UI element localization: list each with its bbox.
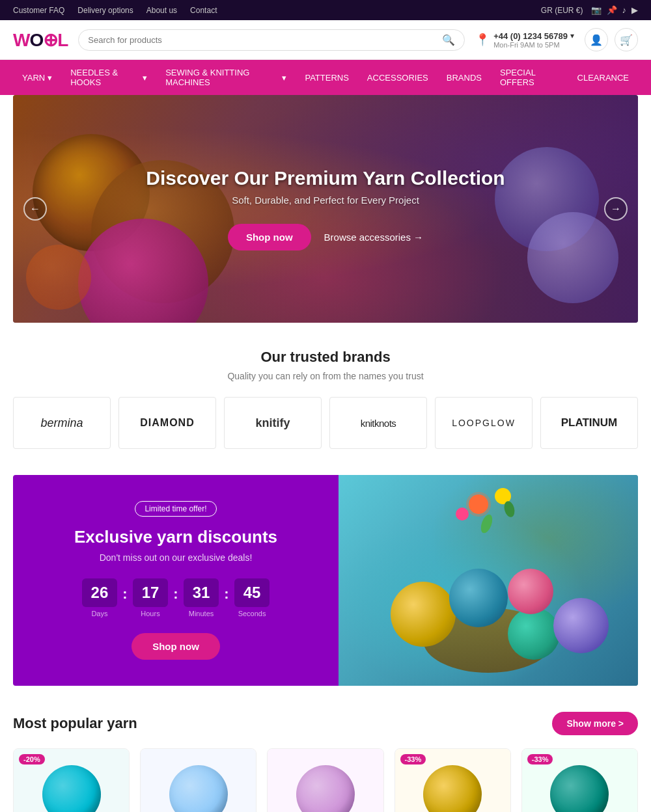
header-actions: 👤 🛒 [585,28,638,51]
product-grid: -20% -33% -33% [13,748,638,812]
popular-title: Most popular yarn [13,715,137,732]
hero-next-button[interactable]: → [604,197,628,221]
nav-needles[interactable]: NEEDLES & HOOKS ▾ [61,60,156,95]
product-image-1: -20% [14,749,129,812]
countdown-days: 26 Days [82,578,118,617]
brands-grid: bermina DIAMOND knitify knitknots LOOPGL… [13,397,638,449]
promo-title: Exclusive yarn discounts [74,527,277,547]
youtube-icon[interactable]: ▶ [631,5,638,15]
product-card-2[interactable] [140,748,256,812]
brand-diamond[interactable]: DIAMOND [118,397,216,449]
countdown: 26 Days : 17 Hours : 31 Minutes : 45 Sec… [82,578,270,617]
nav-special-offers[interactable]: SPECIAL OFFERS [491,60,568,95]
brand-bermina[interactable]: bermina [13,397,111,449]
minutes-number: 31 [184,578,219,607]
popular-header: Most popular yarn Show more > [13,712,638,735]
phone-hours: Mon-Fri 9AM to 5PM [493,41,574,49]
promo-badge: Limited time offer! [135,501,216,517]
pinterest-icon[interactable]: 📌 [607,5,617,15]
locale-selector[interactable]: GR (EUR €) [541,6,583,15]
cart-icon: 🛒 [620,34,633,46]
days-number: 26 [82,578,118,607]
product-card-1[interactable]: -20% [13,748,130,812]
promo-left: Limited time offer! Exclusive yarn disco… [13,475,339,686]
nav-accessories[interactable]: ACCESSORIES [358,60,437,95]
hero-actions: Shop now Browse accessories → [228,224,423,250]
nav-left: YARN ▾ NEEDLES & HOOKS ▾ SEWING & KNITTI… [13,60,437,95]
nav-patterns[interactable]: PATTERNS [296,60,357,95]
brand-bermina-label: bermina [40,416,83,430]
hours-label: Hours [141,610,159,617]
tiktok-icon[interactable]: ♪ [622,5,627,15]
minutes-label: Minutes [189,610,214,617]
hero-banner: ← → Discover Our Premium Yarn Collection… [13,95,638,323]
shop-now-button[interactable]: Shop now [228,224,311,250]
countdown-sep-3: : [224,586,229,602]
promo-shop-button[interactable]: Shop now [132,633,220,660]
discount-badge-1: -20% [19,754,45,765]
hero-content: Discover Our Premium Yarn Collection Sof… [13,95,638,323]
social-icons: 📷 📌 ♪ ▶ [591,5,639,15]
account-icon: 👤 [590,34,603,46]
top-bar-about[interactable]: About us [146,6,177,15]
days-label: Days [91,610,107,617]
phone-dropdown-arrow[interactable]: ▾ [570,31,574,40]
brand-loopglow[interactable]: LOOPGLOW [435,397,533,449]
hero-subtitle: Soft, Durable, and Perfect for Every Pro… [232,195,419,206]
product-card-5[interactable]: -33% [521,748,638,812]
brand-loopglow-label: LOOPGLOW [452,418,516,428]
top-bar-faq[interactable]: Customer FAQ [13,6,64,15]
countdown-minutes: 31 Minutes [184,578,219,617]
nav-yarn[interactable]: YARN ▾ [13,60,61,95]
top-bar-contact[interactable]: Contact [190,6,217,15]
hero-title: Discover Our Premium Yarn Collection [146,167,505,189]
product-card-3[interactable] [267,748,383,812]
top-bar-links: Customer FAQ Delivery options About us C… [13,6,217,15]
main-nav: YARN ▾ NEEDLES & HOOKS ▾ SEWING & KNITTI… [0,60,651,95]
top-bar: Customer FAQ Delivery options About us C… [0,0,651,20]
logo[interactable]: WO⊕L [13,29,68,51]
brand-platinum[interactable]: PLATINUM [540,397,638,449]
brand-platinum-label: PLATINUM [561,416,618,429]
popular-section: Most popular yarn Show more > -20% -33% [0,686,651,812]
search-icon[interactable]: 🔍 [442,34,455,46]
brand-knitify[interactable]: knitify [224,397,322,449]
promo-section: Limited time offer! Exclusive yarn disco… [13,475,638,686]
cart-button[interactable]: 🛒 [615,28,638,51]
promo-subtitle: Don't miss out on our exclusive deals! [100,552,253,563]
nav-clearance[interactable]: CLEARANCE [568,60,638,95]
browse-accessories-link[interactable]: Browse accessories → [324,232,424,243]
arrow-left-icon: ← [30,203,40,215]
discount-badge-4: -33% [400,754,426,765]
product-image-3 [268,749,383,812]
hours-number: 17 [133,578,169,607]
product-image-4: -33% [395,749,510,812]
nav-right: BRANDS SPECIAL OFFERS CLEARANCE [437,60,638,95]
brand-knitknots[interactable]: knitknots [329,397,427,449]
instagram-icon[interactable]: 📷 [591,5,602,15]
top-bar-delivery[interactable]: Delivery options [77,6,133,15]
top-bar-right: GR (EUR €) 📷 📌 ♪ ▶ [541,5,638,15]
chevron-down-icon: ▾ [48,73,52,83]
hero-prev-button[interactable]: ← [23,197,47,221]
brand-knitknots-label: knitknots [361,418,396,429]
countdown-seconds: 45 Seconds [234,578,270,617]
seconds-number: 45 [234,578,270,607]
chevron-down-icon-2: ▾ [143,73,147,83]
brands-section: Our trusted brands Quality you can rely … [0,323,651,468]
brands-title: Our trusted brands [13,349,638,366]
brands-subtitle: Quality you can rely on from the names y… [13,371,638,381]
account-button[interactable]: 👤 [585,28,608,51]
show-more-button[interactable]: Show more > [552,712,638,735]
chevron-down-icon-3: ▾ [282,73,286,83]
product-card-4[interactable]: -33% [395,748,511,812]
search-bar: 🔍 [78,29,465,51]
discount-badge-5: -33% [527,754,553,765]
nav-brands[interactable]: BRANDS [437,60,491,95]
seconds-label: Seconds [238,610,266,617]
phone-info: 📍 +44 (0) 1234 56789 ▾ Mon-Fri 9AM to 5P… [475,31,574,49]
search-input[interactable] [88,35,437,45]
header: WO⊕L 🔍 📍 +44 (0) 1234 56789 ▾ Mon-Fri 9A… [0,20,651,60]
promo-right-image [339,475,638,686]
nav-machines[interactable]: SEWING & KNITTING MACHINES ▾ [156,60,296,95]
